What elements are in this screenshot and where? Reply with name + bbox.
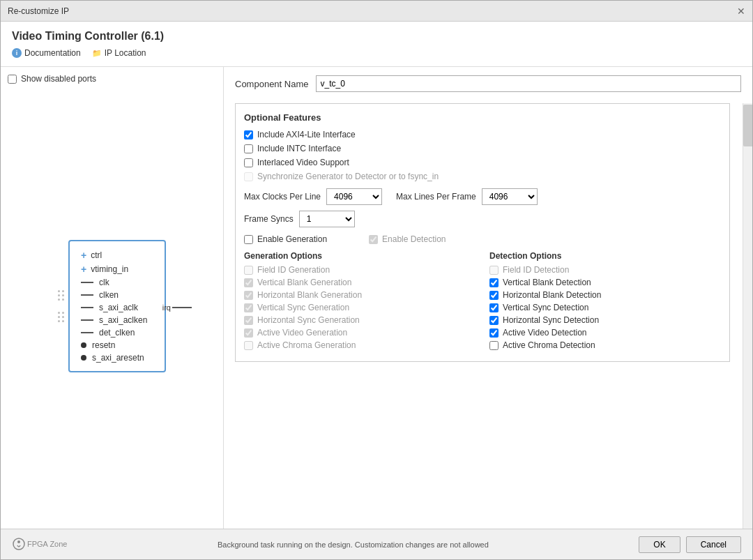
enable-detection-group: Enable Detection xyxy=(369,234,446,244)
port-diagram: + ctrl + vtiming_in clk xyxy=(8,91,216,522)
checkbox-interlaced: Interlaced Video Support xyxy=(244,158,721,167)
status-text: Background task running on the design. C… xyxy=(67,540,639,549)
port-box: + ctrl + vtiming_in clk xyxy=(68,240,166,372)
ip-location-link[interactable]: 📁 IP Location xyxy=(92,48,146,58)
checkbox-sync-input xyxy=(244,172,253,181)
location-icon: 📁 xyxy=(92,49,102,58)
det-active-video: Active Video Detection xyxy=(489,328,721,338)
det-active-chroma-checkbox[interactable] xyxy=(489,341,499,350)
max-clocks-group: Max Clocks Per Line 4096 xyxy=(244,188,382,205)
show-disabled-checkbox[interactable] xyxy=(8,75,17,84)
header-links: i Documentation 📁 IP Location xyxy=(12,48,741,58)
cancel-button[interactable]: Cancel xyxy=(686,536,741,553)
close-button[interactable]: ✕ xyxy=(737,6,745,17)
det-hblank: Horizontal Blank Detection xyxy=(489,290,721,300)
checkbox-sync: Synchronize Generator to Detector or to … xyxy=(244,172,721,181)
port-clk: clk xyxy=(81,276,153,289)
det-active-video-checkbox[interactable] xyxy=(489,328,499,338)
scrollbar-track xyxy=(743,103,752,529)
component-name-row: Component Name xyxy=(235,75,741,92)
svg-point-0 xyxy=(13,538,24,550)
gen-hblank: Horizontal Blank Generation xyxy=(244,290,476,300)
svg-point-1 xyxy=(17,540,20,543)
window-title: Re-customize IP xyxy=(8,6,69,16)
main-content: Show disabled ports xyxy=(1,67,752,529)
port-resetn: resetn xyxy=(81,339,153,351)
enable-detection-label: Enable Detection xyxy=(382,234,446,244)
det-vblank-checkbox[interactable] xyxy=(489,278,499,287)
det-vblank: Vertical Blank Detection xyxy=(489,278,721,287)
enable-generation-checkbox[interactable] xyxy=(244,235,253,244)
checkbox-sync-label: Synchronize Generator to Detector or to … xyxy=(257,172,439,181)
page-title: Video Timing Controller (6.1) xyxy=(12,30,741,43)
det-hblank-checkbox[interactable] xyxy=(489,291,499,300)
bottom-buttons: OK Cancel xyxy=(639,536,741,553)
max-lines-group: Max Lines Per Frame 4096 xyxy=(396,188,538,205)
irq-label: irq xyxy=(162,303,192,312)
options-grid: Generation Options Field ID Generation V… xyxy=(244,251,721,353)
checkbox-intc-input[interactable] xyxy=(244,144,253,153)
port-det-clken: det_clken xyxy=(81,326,153,339)
right-panel: Component Name Optional Features Include… xyxy=(224,67,752,529)
port-s-axi-aresetn: s_axi_aresetn xyxy=(81,351,153,364)
max-lines-label: Max Lines Per Frame xyxy=(396,192,476,202)
checkbox-interlaced-label: Interlaced Video Support xyxy=(257,158,349,167)
title-bar: Re-customize IP ✕ xyxy=(1,1,752,22)
port-diagram-wrapper: + ctrl + vtiming_in clk xyxy=(58,240,166,372)
gen-hsync: Horizontal Sync Generation xyxy=(244,315,476,325)
gen-active-video: Active Video Generation xyxy=(244,328,476,338)
max-clocks-select[interactable]: 4096 xyxy=(326,188,382,205)
enable-generation-group: Enable Generation xyxy=(244,234,327,244)
det-vsync-checkbox[interactable] xyxy=(489,303,499,312)
frame-syncs-row: Frame Syncs 1 xyxy=(244,211,721,227)
max-clocks-label: Max Clocks Per Line xyxy=(244,192,321,202)
max-lines-select[interactable]: 4096 xyxy=(482,188,538,205)
gen-vblank: Vertical Blank Generation xyxy=(244,278,476,287)
checkbox-axi4: Include AXI4-Lite Interface xyxy=(244,130,721,139)
checkbox-axi4-label: Include AXI4-Lite Interface xyxy=(257,130,356,139)
frame-syncs-label: Frame Syncs xyxy=(244,214,294,224)
enable-row: Enable Generation Enable Detection xyxy=(244,234,721,244)
ok-button[interactable]: OK xyxy=(639,536,680,553)
info-icon: i xyxy=(12,48,22,58)
left-grips xyxy=(58,290,64,322)
det-hsync: Horizontal Sync Detection xyxy=(489,315,721,325)
checkbox-intc-label: Include INTC Interface xyxy=(257,144,341,153)
port-s-axi-aclken: s_axi_aclken xyxy=(81,314,153,326)
det-active-chroma: Active Chroma Detection xyxy=(489,340,721,350)
checkbox-intc: Include INTC Interface xyxy=(244,144,721,153)
grip-group-2 xyxy=(58,312,64,322)
frame-syncs-select[interactable]: 1 xyxy=(299,211,355,227)
det-hsync-checkbox[interactable] xyxy=(489,316,499,325)
checkbox-axi4-input[interactable] xyxy=(244,130,253,139)
scroll-area: Optional Features Include AXI4-Lite Inte… xyxy=(224,103,752,529)
fpga-icon xyxy=(12,537,26,551)
fpga-logo-area: FPGA Zone xyxy=(12,537,67,552)
component-name-input[interactable] xyxy=(316,75,742,92)
show-disabled-label: Show disabled ports xyxy=(21,74,96,84)
fpga-logo: FPGA Zone xyxy=(12,537,67,552)
scrollbar-thumb[interactable] xyxy=(743,105,752,146)
component-name-section: Component Name xyxy=(224,67,752,103)
show-disabled-row: Show disabled ports xyxy=(8,74,216,84)
optional-features-title: Optional Features xyxy=(244,112,721,123)
det-field-id: Field ID Detection xyxy=(489,265,721,275)
left-panel: Show disabled ports xyxy=(1,67,224,529)
port-clken: clken xyxy=(81,289,153,301)
detection-options-title: Detection Options xyxy=(489,251,721,261)
component-name-label: Component Name xyxy=(235,79,309,89)
clocks-lines-row: Max Clocks Per Line 4096 Max Lines Per F… xyxy=(244,188,721,205)
enable-generation-label: Enable Generation xyxy=(257,234,327,244)
port-vtiming-in: + vtiming_in xyxy=(81,262,153,276)
bottom-bar: FPGA Zone Background task running on the… xyxy=(1,529,752,559)
port-s-axi-aclk: s_axi_aclk irq xyxy=(81,301,153,314)
generation-options-title: Generation Options xyxy=(244,251,476,261)
grip-group-1 xyxy=(58,290,64,301)
checkbox-interlaced-input[interactable] xyxy=(244,158,253,167)
port-ctrl: + ctrl xyxy=(81,248,153,262)
gen-active-chroma: Active Chroma Generation xyxy=(244,340,476,350)
detection-options-col: Detection Options Field ID Detection Ver… xyxy=(489,251,721,353)
documentation-link[interactable]: i Documentation xyxy=(12,48,81,58)
optional-features-section: Optional Features Include AXI4-Lite Inte… xyxy=(235,103,730,362)
enable-detection-checkbox xyxy=(369,235,378,244)
